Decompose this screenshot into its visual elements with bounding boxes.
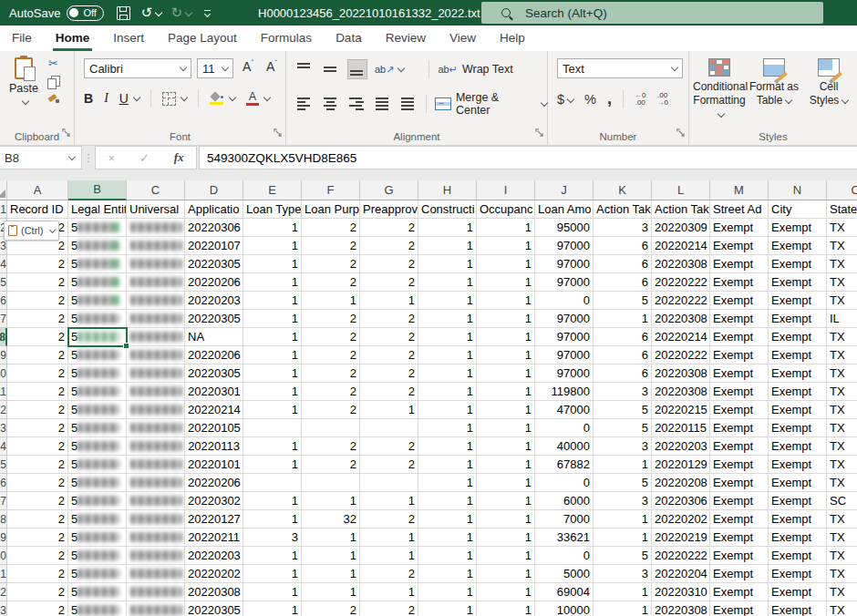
cell-F23[interactable]: 2 — [302, 601, 360, 616]
cell-J23[interactable]: 10000 — [535, 601, 594, 616]
cell-C22[interactable] — [127, 583, 185, 601]
select-all-corner[interactable] — [0, 180, 7, 200]
tab-page-layout[interactable]: Page Layout — [156, 26, 249, 51]
cell-L21[interactable]: 20220204 — [652, 565, 710, 583]
cell-M11[interactable]: Exempt — [710, 383, 769, 401]
align-top-icon[interactable] — [295, 60, 314, 78]
cell-J21[interactable]: 5000 — [535, 565, 594, 583]
cell-A5[interactable]: 2 — [7, 273, 68, 292]
cell-K18[interactable]: 1 — [594, 510, 652, 529]
cell-G12[interactable]: 1 — [360, 401, 418, 419]
cell-J12[interactable]: 47000 — [535, 401, 594, 419]
row-header-17[interactable]: 17 — [0, 492, 7, 510]
tab-view[interactable]: View — [438, 26, 488, 51]
row-header-6[interactable]: 6 — [0, 292, 7, 310]
cell-J5[interactable]: 97000 — [535, 273, 594, 292]
cell-F18[interactable]: 32 — [302, 510, 360, 529]
cell-E19[interactable]: 3 — [243, 529, 302, 547]
cell-E10[interactable]: 1 — [243, 364, 302, 383]
cell-M7[interactable]: Exempt — [710, 310, 769, 328]
cell-O15[interactable]: TX — [827, 456, 857, 474]
cell-O8[interactable]: TX — [827, 328, 857, 346]
cell-H4[interactable]: 1 — [418, 255, 477, 273]
column-header-H[interactable]: H — [418, 180, 477, 200]
cell-D8[interactable]: NA — [185, 328, 243, 346]
cell-G23[interactable]: 2 — [360, 601, 418, 616]
cell-C9[interactable] — [127, 346, 185, 364]
cell-I7[interactable]: 1 — [477, 310, 535, 328]
cell-D10[interactable]: 20220305 — [185, 364, 243, 383]
tab-home[interactable]: Home — [44, 26, 102, 51]
italic-button[interactable]: I — [104, 91, 108, 106]
insert-function-icon[interactable]: fx — [174, 150, 184, 165]
cell-K12[interactable]: 5 — [594, 401, 652, 419]
cell-D22[interactable]: 20220308 — [185, 583, 243, 601]
cell-L12[interactable]: 20220215 — [652, 401, 710, 419]
cell-N12[interactable]: Exempt — [769, 401, 827, 419]
cell-N14[interactable]: Exempt — [769, 437, 827, 456]
cell-L14[interactable]: 20220203 — [652, 437, 710, 456]
cell-G3[interactable]: 2 — [360, 237, 418, 255]
cell-J4[interactable]: 97000 — [535, 255, 594, 273]
cell-K13[interactable]: 5 — [594, 419, 652, 437]
row-header-5[interactable]: 5 — [0, 273, 7, 292]
cell-A1[interactable]: Record ID — [7, 200, 68, 219]
decrease-indent-icon[interactable] — [374, 95, 392, 113]
cell-N5[interactable]: Exempt — [769, 273, 827, 292]
font-name-select[interactable]: Calibri — [84, 58, 191, 78]
cell-I21[interactable]: 1 — [477, 565, 535, 583]
cell-A20[interactable]: 2 — [7, 547, 68, 565]
cell-M5[interactable]: Exempt — [710, 273, 769, 292]
cell-C1[interactable]: Universal — [127, 200, 185, 219]
cell-H23[interactable]: 1 — [418, 601, 477, 616]
cell-B4[interactable]: 5 — [68, 255, 127, 273]
cell-I23[interactable]: 1 — [477, 601, 535, 616]
cell-G7[interactable]: 2 — [360, 310, 418, 328]
cell-K7[interactable]: 1 — [594, 310, 652, 328]
underline-chevron-icon[interactable] — [133, 94, 140, 101]
cell-J22[interactable]: 69004 — [535, 583, 594, 601]
cell-E15[interactable]: 1 — [243, 456, 302, 474]
cell-E5[interactable]: 1 — [243, 273, 302, 292]
cell-E12[interactable]: 1 — [243, 401, 302, 419]
cell-C17[interactable] — [127, 492, 185, 510]
row-header-14[interactable]: 14 — [0, 437, 7, 456]
cell-E7[interactable]: 1 — [243, 310, 302, 328]
clipboard-dialog-launcher-icon[interactable] — [62, 124, 70, 140]
cell-F14[interactable]: 2 — [302, 437, 360, 456]
cell-M1[interactable]: Street Ad — [710, 200, 769, 219]
cell-D17[interactable]: 20220302 — [185, 492, 243, 510]
cell-H19[interactable]: 1 — [418, 529, 477, 547]
cell-O19[interactable]: TX — [827, 529, 857, 547]
tab-help[interactable]: Help — [488, 26, 537, 51]
cell-O7[interactable]: IL — [827, 310, 857, 328]
cell-G5[interactable]: 2 — [360, 273, 418, 292]
cell-E3[interactable]: 1 — [243, 237, 302, 255]
format-as-table-button[interactable]: Format as Table — [748, 58, 800, 108]
cell-A13[interactable]: 2 — [7, 419, 68, 437]
column-header-O[interactable]: O — [827, 180, 857, 200]
cell-C20[interactable] — [127, 547, 185, 565]
cell-L13[interactable]: 20220115 — [652, 419, 710, 437]
cell-I9[interactable]: 1 — [477, 346, 535, 364]
cell-H7[interactable]: 1 — [418, 310, 477, 328]
cell-H11[interactable]: 1 — [418, 383, 477, 401]
cell-J16[interactable]: 0 — [535, 474, 594, 492]
cell-N3[interactable]: Exempt — [769, 237, 827, 255]
cell-E20[interactable]: 1 — [243, 547, 302, 565]
cell-L15[interactable]: 20220129 — [652, 456, 710, 474]
cell-N11[interactable]: Exempt — [769, 383, 827, 401]
cell-A18[interactable]: 2 — [7, 510, 68, 529]
cell-H5[interactable]: 1 — [418, 273, 477, 292]
cell-F9[interactable]: 2 — [302, 346, 360, 364]
cell-C4[interactable] — [127, 255, 185, 273]
cell-J19[interactable]: 33621 — [535, 529, 594, 547]
cell-N2[interactable]: Exempt — [769, 219, 827, 237]
cell-B9[interactable]: 5 — [68, 346, 127, 364]
search-box[interactable] — [481, 2, 823, 24]
cell-D20[interactable]: 20220203 — [185, 547, 243, 565]
cell-B1[interactable]: Legal Entit — [68, 200, 127, 219]
cell-J13[interactable]: 0 — [535, 419, 594, 437]
cell-A22[interactable]: 2 — [7, 583, 68, 601]
cell-F16[interactable] — [302, 474, 360, 492]
